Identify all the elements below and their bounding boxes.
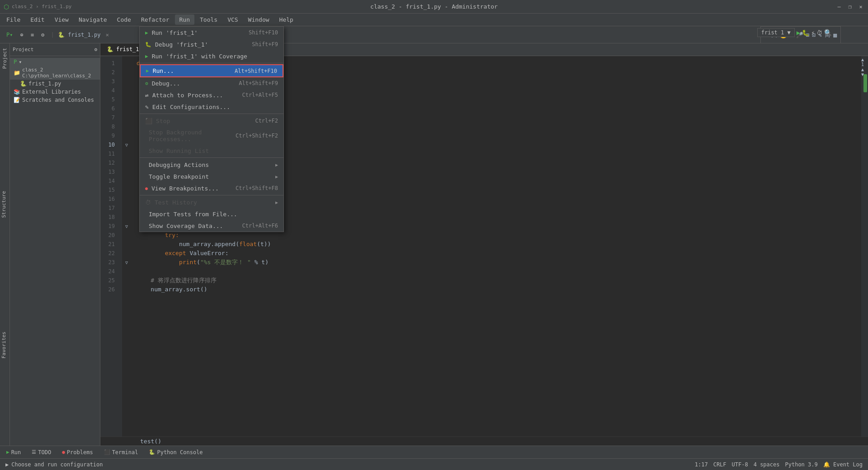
menu-view[interactable]: View <box>50 14 73 25</box>
statusbar-crlf[interactable]: CRLF <box>713 461 726 468</box>
minimize-button[interactable]: — <box>835 3 843 10</box>
menu-code[interactable]: Code <box>113 14 136 25</box>
statusbar-indent[interactable]: 4 spaces <box>754 461 780 468</box>
right-gutter: ▲ 1 ▲ ▼ <box>861 56 868 437</box>
sidebar-scratches[interactable]: 📝 Scratches and Consoles <box>10 96 100 104</box>
search-toolbar-button[interactable]: 🔍 <box>824 29 832 36</box>
run-file-label: Run 'frist_1' <box>152 29 198 36</box>
test-history-label: Test History <box>155 199 197 206</box>
code-line-23: print("%s 不是数字！ " % t) <box>137 258 856 267</box>
toolbar: P▾ ⊕ ≡ ⚙ | 🐍 frist_1.py ✕ <box>0 26 868 43</box>
statusbar-event-log[interactable]: 🔔 Event Log <box>823 461 863 468</box>
line-num-7: 7 <box>100 113 118 122</box>
terminal-tab-label: Terminal <box>112 449 138 456</box>
run-menu-edit-config[interactable]: ✎ Edit Configurations... <box>140 101 283 113</box>
sidebar-frist1[interactable]: 🐍 frist_1.py <box>16 80 100 88</box>
separator-4 <box>140 195 283 195</box>
ime-extra4: ▦ <box>833 32 837 38</box>
menubar: File Edit View Navigate Code Refactor Ru… <box>0 14 868 26</box>
run-menu-test-history[interactable]: ⏱ Test History ▶ <box>140 196 283 208</box>
structure-strip-label[interactable]: Structure <box>0 188 8 221</box>
run-menu-debug-dots[interactable]: ⚙ Debug... Alt+Shift+F9 <box>140 77 283 89</box>
run-menu-toggle-bp[interactable]: Toggle Breakpoint ▶ <box>140 171 283 182</box>
run-config-label[interactable]: frist 1 ▼ <box>757 28 795 37</box>
sidebar-external-libs[interactable]: 📚 External Libraries <box>10 88 100 96</box>
project-tree-btn[interactable]: P▾ <box>4 30 15 39</box>
tab-run[interactable]: ▶ Run <box>2 447 25 457</box>
problems-tab-icon: ● <box>62 449 65 455</box>
tab-python-console[interactable]: 🐍 Python Console <box>144 447 207 457</box>
run-menu-debug-file[interactable]: 🐛 Debug 'frist_1' Shift+F9 <box>140 38 283 50</box>
tab-todo[interactable]: ☰ TODO <box>27 447 56 457</box>
coverage-button[interactable]: ⚡ <box>811 29 815 36</box>
menu-help[interactable]: Help <box>275 14 298 25</box>
statusbar-python[interactable]: Python 3.9 <box>785 461 817 468</box>
run-menu-debug-actions[interactable]: Debugging Actions ▶ <box>140 159 283 171</box>
run-menu-view-bp[interactable]: ● View Breakpoints... Ctrl+Shift+F8 <box>140 182 283 194</box>
run-dots-icon: ▶ <box>146 68 149 74</box>
debug-button[interactable]: 🐛 <box>802 29 809 36</box>
statusbar-encoding[interactable]: UTF-8 <box>732 461 748 468</box>
dropdown-icon: P <box>14 59 17 65</box>
sidebar-class2[interactable]: 📁 class_2 C:\python_learn\class_2 <box>10 66 100 80</box>
line-num-22: 22 <box>100 249 118 258</box>
sidebar-frist1-label: frist_1.py <box>28 81 61 87</box>
line-num-26: 26 <box>100 285 118 294</box>
sidebar-project-dropdown[interactable]: P ▾ <box>10 58 100 66</box>
toolbar-settings[interactable]: ⚙ <box>38 30 47 39</box>
menu-refactor[interactable]: Refactor <box>137 14 174 25</box>
import-tests-label: Import Tests from File... <box>149 211 237 218</box>
debug-file-label: Debug 'frist_1' <box>155 41 208 48</box>
line-num-13: 13 <box>100 167 118 176</box>
view-bp-icon: ● <box>145 186 148 191</box>
code-line-20: try: <box>137 231 856 240</box>
favorites-strip-label[interactable]: Favorites <box>0 329 8 361</box>
maximize-button[interactable]: ❐ <box>846 3 854 10</box>
line-num-15: 15 <box>100 185 118 195</box>
line-num-5: 5 <box>100 95 118 104</box>
attach-icon: ⇌ <box>145 92 149 99</box>
run-menu-stop-bg[interactable]: Stop Background Processes... Ctrl+Shift+… <box>140 127 283 145</box>
run-menu-stop[interactable]: ⬛ Stop Ctrl+F2 <box>140 115 283 127</box>
test-history-icon: ⏱ <box>145 199 151 206</box>
toolbar-sync[interactable]: ⊕ <box>17 30 26 39</box>
titlebar-left: ⬡ class_2 › frist_1.py <box>4 3 71 10</box>
menu-window[interactable]: Window <box>244 14 274 25</box>
python-file-icon: 🐍 <box>20 81 27 87</box>
menu-file[interactable]: File <box>2 14 25 25</box>
run-menu-show-running[interactable]: Show Running List <box>140 145 283 157</box>
run-menu-attach[interactable]: ⇌ Attach to Process... Ctrl+Alt+F5 <box>140 89 283 101</box>
run-tab-icon: ▶ <box>6 449 9 455</box>
run-menu-import-tests[interactable]: Import Tests from File... <box>140 208 283 220</box>
menu-vcs[interactable]: VCS <box>223 14 242 25</box>
menu-edit[interactable]: Edit <box>26 14 49 25</box>
sidebar-settings-icon[interactable]: ⚙ <box>94 47 97 52</box>
breadcrumb-close[interactable]: ✕ <box>106 32 109 38</box>
toolbar-collapse[interactable]: ≡ <box>28 30 37 39</box>
run-button[interactable]: ▶ <box>797 29 800 36</box>
tab-problems[interactable]: ● Problems <box>57 447 97 457</box>
menu-tools[interactable]: Tools <box>195 14 222 25</box>
titlebar-controls: — ❐ ✕ <box>835 3 864 10</box>
project-strip-label[interactable]: Project <box>1 45 9 71</box>
menu-run[interactable]: Run <box>175 14 194 25</box>
profile-button[interactable]: ⏱ <box>816 29 822 36</box>
run-config-status[interactable]: ▶ <box>5 461 9 468</box>
line-num-19: 19 <box>100 222 118 231</box>
coverage-data-label: Show Coverage Data... <box>149 223 223 229</box>
statusbar-left: ▶ Choose and run configuration <box>5 461 103 468</box>
menu-navigate[interactable]: Navigate <box>74 14 112 25</box>
debug-file-shortcut: Shift+F9 <box>252 41 278 47</box>
run-menu-run-dots[interactable]: ▶ Run... Alt+Shift+F10 <box>140 64 283 77</box>
line-num-20: 20 <box>100 231 118 240</box>
run-menu-run-file[interactable]: ▶ Run 'frist_1' Shift+F10 <box>140 27 283 38</box>
tab-terminal[interactable]: ⬛ Terminal <box>99 447 143 457</box>
run-menu-coverage-data[interactable]: Show Coverage Data... Ctrl+Alt+F6 <box>140 220 283 232</box>
close-button[interactable]: ✕ <box>857 3 864 10</box>
sidebar-external-libs-label: External Libraries <box>22 89 81 95</box>
line-num-6: 6 <box>100 104 118 113</box>
run-tab-label: Run <box>11 449 21 456</box>
stop-bg-label: Stop Background Processes... <box>149 129 236 142</box>
run-menu-coverage[interactable]: ▶ Run 'frist_1' with Coverage <box>140 50 283 62</box>
code-line-21: num_array.append(float(t)) <box>137 240 856 249</box>
